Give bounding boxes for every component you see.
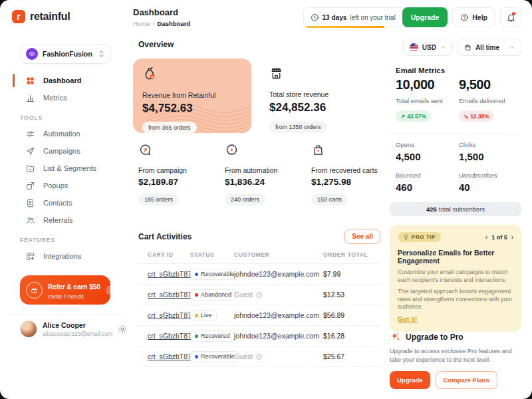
customer-email: johndoe123@example.com xyxy=(234,311,319,319)
popup-icon xyxy=(25,181,35,191)
customer-guest: Guest xyxy=(234,291,323,299)
trial-rest: left on your trial xyxy=(350,14,395,21)
emails-sent-stat: 10,000 Total emails sent ↗43.57% xyxy=(396,77,443,122)
refer-earn-card[interactable]: Refer & earn $50 Invite Friends › xyxy=(20,275,110,305)
compare-plans-button[interactable]: Compare Plans xyxy=(436,371,497,389)
shopping-bag-icon xyxy=(311,143,325,157)
pro-tip-title: Personalize Emails for Better Engagement xyxy=(398,249,513,265)
from-campaign-stat: From campaign $2,189.87 185 orders xyxy=(138,143,225,205)
sidebar-item-dashboard[interactable]: Dashboard xyxy=(0,72,130,89)
pro-tip-body-2: This targeted approach boosts engagement… xyxy=(398,288,513,311)
sidebar-item-label: List & Segments xyxy=(43,164,96,172)
active-indicator xyxy=(13,74,15,87)
order-total: $25.67 xyxy=(323,352,380,360)
upgrade-button[interactable]: Upgrade xyxy=(402,7,448,27)
tools-section-label: TOOLS xyxy=(0,114,130,125)
sliders-icon xyxy=(25,129,35,139)
trial-days: 13 days xyxy=(323,14,347,21)
email-metrics-title: Email Metrics xyxy=(396,66,445,74)
revenue-card-label: Revenue from Retainful xyxy=(142,91,242,99)
status-badge: Recoverable xyxy=(190,269,239,280)
overview-title: Overview xyxy=(138,40,174,49)
chevron-down-icon xyxy=(440,45,446,51)
refer-subtitle: Invite Friends xyxy=(48,293,100,300)
upgrade-pro-title: Upgrade to Pro xyxy=(406,332,464,342)
notifications-button[interactable] xyxy=(500,7,521,27)
pro-tip-body-1: Customize your email campaigns to match … xyxy=(398,269,513,284)
trend-down-icon: ↘ xyxy=(464,113,468,120)
currency-select[interactable]: USD xyxy=(403,39,453,56)
page-title: Dashboard xyxy=(133,7,190,17)
sidebar-item-label: Popups xyxy=(43,182,68,190)
stat-label: From recovered carts xyxy=(311,166,398,174)
stat-value: $1,275.98 xyxy=(311,177,398,187)
table-row: crt_sGbzbT87... Live johndoe123@example.… xyxy=(138,305,380,326)
total-subscribers-bar: 426 total subscribers xyxy=(390,202,521,216)
date-range-select[interactable]: All time xyxy=(458,39,521,56)
store-selector[interactable]: FashionFusion xyxy=(20,44,110,64)
contact-card-icon xyxy=(25,198,35,208)
trial-banner[interactable]: 13 days left on your trial Upgrade xyxy=(303,7,448,27)
sidebar-item-list-segments[interactable]: List & Segments xyxy=(0,160,130,177)
guest-help-icon[interactable] xyxy=(255,291,263,299)
sidebar-item-popups[interactable]: Popups xyxy=(0,177,130,194)
clock-icon xyxy=(311,13,319,22)
table-row: crt_sGbzbT87... Abandoned Guest $12.53 xyxy=(138,285,380,305)
chevron-right-icon[interactable]: › xyxy=(106,285,116,295)
sidebar-item-contacts[interactable]: Contacts xyxy=(0,194,130,211)
status-dot xyxy=(195,334,198,338)
profile-email: alicecooper123@email.com xyxy=(43,331,112,337)
sidebar-item-referrals[interactable]: Referrals xyxy=(0,211,130,229)
storefront-icon xyxy=(269,66,283,80)
help-button[interactable]: Help xyxy=(452,7,495,27)
next-tip-button[interactable]: › xyxy=(511,233,513,241)
sidebar: FashionFusion Dashboard Metrics TOOLS Au… xyxy=(0,35,130,399)
paper-plane-icon xyxy=(25,146,35,156)
from-recovered-carts-stat: From recovered carts $1,275.98 150 carts xyxy=(311,143,398,205)
upgrade-pro-button[interactable]: Upgrade xyxy=(390,371,430,389)
unsubscribes-stat: Unsubscribes 40 xyxy=(459,172,497,193)
store-revenue-badge: from 1350 orders xyxy=(269,121,327,133)
pro-tip-badge: PRO TIP xyxy=(398,232,441,242)
stat-label: From campaign xyxy=(138,166,225,174)
store-revenue-label: Total store revenue xyxy=(269,90,378,98)
stat-value: 10,000 xyxy=(396,77,443,92)
campaign-bubble-icon xyxy=(138,143,152,157)
revenue-card-value: $4,752.63 xyxy=(142,102,242,115)
status-dot xyxy=(195,314,198,317)
column-customer: CUSTOMER xyxy=(234,251,323,258)
folder-icon xyxy=(25,164,35,174)
retainful-dashboard-app: r retainful Dashboard Home › Dashboard 1… xyxy=(0,0,532,399)
divider xyxy=(9,314,121,315)
table-row: crt_sGbzbT87... Recoverable johndoe123@e… xyxy=(138,264,380,285)
see-all-button[interactable]: See all xyxy=(344,229,380,244)
bounced-stat: Bounced 460 xyxy=(396,172,421,193)
main-content: Overview Revenue from Retainful $4,752.6… xyxy=(138,35,383,399)
breadcrumb-home[interactable]: Home xyxy=(133,20,150,27)
status-dot xyxy=(195,355,198,358)
got-it-link[interactable]: Got it! xyxy=(398,316,417,323)
range-value: All time xyxy=(475,44,499,51)
stat-value: $1,836.24 xyxy=(225,177,311,187)
bar-chart-icon xyxy=(25,93,35,103)
currency-value: USD xyxy=(422,44,436,51)
user-profile[interactable]: Alice Cooper alicecooper123@email.com xyxy=(20,321,118,338)
table-row: crt_sGbzbT87... Recoverable Guest $25.67 xyxy=(138,346,380,367)
cart-activities-section: Cart Activities See all CART ID STATUS C… xyxy=(138,229,380,367)
sidebar-item-integrations[interactable]: Integrations xyxy=(0,247,130,265)
guest-help-icon[interactable] xyxy=(255,353,263,360)
status-badge: Recovered xyxy=(190,331,235,342)
breadcrumb-separator: › xyxy=(152,20,154,27)
prev-tip-button[interactable]: ‹ xyxy=(485,233,487,241)
sidebar-item-metrics[interactable]: Metrics xyxy=(0,89,130,106)
settings-gear-icon[interactable] xyxy=(118,325,127,334)
stat-badge: 185 orders xyxy=(138,194,179,205)
sidebar-item-automation[interactable]: Automation xyxy=(0,125,130,142)
emails-delivered-stat: 9,500 Emails delivered ↘12.38% xyxy=(459,77,505,122)
calendar-icon xyxy=(464,44,471,51)
status-badge: Abandoned xyxy=(190,289,236,301)
sidebar-item-label: Integrations xyxy=(43,252,81,260)
store-logo-icon xyxy=(26,48,38,60)
sidebar-item-campaigns[interactable]: Campaigns xyxy=(0,142,130,160)
store-revenue-card: Total store revenue $24,852.36 from 1350… xyxy=(264,59,383,133)
